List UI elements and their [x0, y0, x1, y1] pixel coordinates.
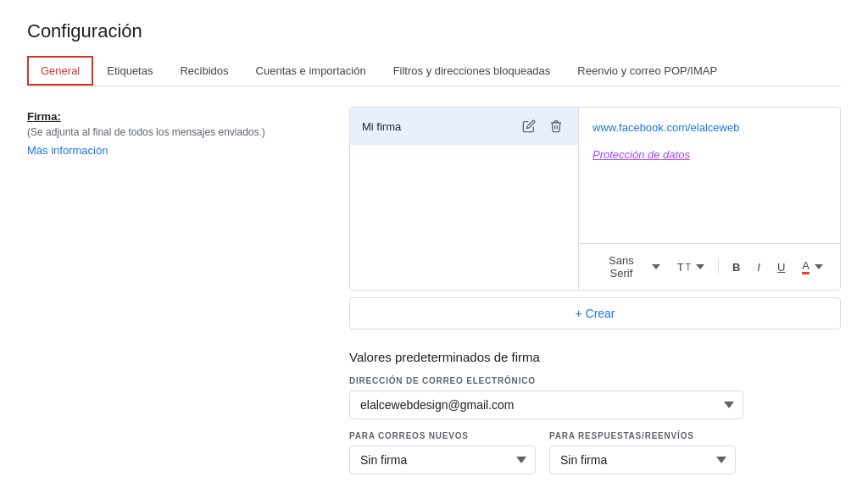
delete-signature-button[interactable]: [546, 116, 566, 136]
signature-item[interactable]: Mi firma: [350, 108, 578, 145]
new-emails-select[interactable]: Sin firma: [349, 446, 536, 474]
left-label-area: Firma: (Se adjunta al final de todos los…: [27, 107, 349, 474]
signature-defaults-row: PARA CORREOS NUEVOS Sin firma PARA RESPU…: [349, 431, 841, 474]
tab-reenvio[interactable]: Reenvio y correo POP/IMAP: [564, 56, 731, 86]
create-signature-button[interactable]: + Crear: [349, 297, 841, 330]
signature-container: Mi firma: [349, 107, 841, 291]
tab-recibidos[interactable]: Recibidos: [166, 56, 242, 86]
replies-select[interactable]: Sin firma: [549, 446, 736, 474]
editor-link[interactable]: www.facebook.com/elalceweb: [593, 121, 826, 134]
new-emails-col: PARA CORREOS NUEVOS Sin firma: [349, 431, 536, 474]
toolbar-italic-button[interactable]: I: [750, 258, 767, 277]
toolbar-divider-1: [718, 259, 719, 274]
signature-editor-content[interactable]: www.facebook.com/elalceweb Protección de…: [579, 108, 840, 243]
mas-informacion-link[interactable]: Más información: [27, 144, 108, 157]
chevron-down-icon: [652, 264, 660, 269]
firma-description: (Se adjunta al final de todos los mensaj…: [27, 126, 349, 138]
tab-filtros[interactable]: Filtros y direcciones bloqueadas: [380, 56, 565, 86]
signature-list: Mi firma: [350, 108, 579, 290]
signature-name: Mi firma: [362, 120, 519, 133]
email-field-label: DIRECCIÓN DE CORREO ELECTRÓNICO: [349, 376, 841, 385]
chevron-down-icon-2: [696, 264, 704, 269]
editor-toolbar: Sans Serif TT B I U A: [579, 243, 840, 290]
edit-signature-button[interactable]: [519, 116, 539, 136]
tabs-bar: General Etiquetas Recibidos Cuentas e im…: [27, 56, 841, 86]
defaults-title: Valores predeterminados de firma: [349, 350, 841, 364]
replies-col: PARA RESPUESTAS/REENVÍOS Sin firma: [549, 431, 736, 474]
firma-label: Firma:: [27, 110, 349, 123]
defaults-section: Valores predeterminados de firma DIRECCI…: [349, 350, 841, 474]
right-panel: Mi firma: [349, 107, 841, 474]
toolbar-font-family[interactable]: Sans Serif: [589, 251, 667, 283]
toolbar-font-size[interactable]: TT: [670, 258, 711, 277]
toolbar-color-button[interactable]: A: [795, 256, 830, 278]
tab-etiquetas[interactable]: Etiquetas: [93, 56, 166, 86]
editor-panel: www.facebook.com/elalceweb Protección de…: [579, 108, 840, 290]
chevron-down-icon-3: [815, 264, 823, 269]
tab-general[interactable]: General: [27, 56, 93, 86]
editor-italic-link[interactable]: Protección de datos: [593, 148, 690, 161]
email-select[interactable]: elalcewebdesign@gmail.com: [349, 390, 743, 419]
replies-label: PARA RESPUESTAS/REENVÍOS: [549, 431, 736, 440]
content-area: Firma: (Se adjunta al final de todos los…: [27, 107, 841, 474]
page-title: Configuración: [27, 20, 841, 42]
toolbar-bold-button[interactable]: B: [726, 258, 747, 277]
signature-icons: [519, 116, 566, 136]
new-emails-label: PARA CORREOS NUEVOS: [349, 431, 536, 440]
tab-cuentas[interactable]: Cuentas e importación: [242, 56, 380, 86]
toolbar-underline-button[interactable]: U: [771, 258, 792, 277]
